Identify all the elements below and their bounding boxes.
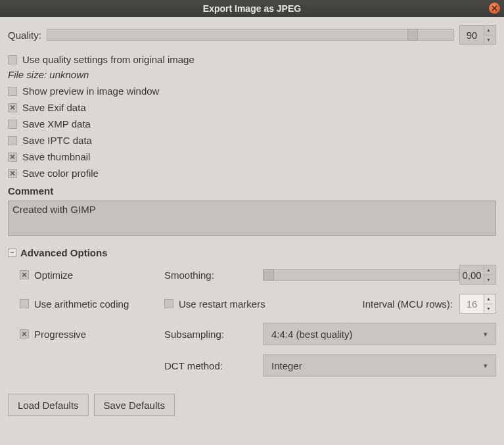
dct-value: Integer: [271, 360, 302, 371]
quality-slider-thumb[interactable]: [407, 29, 418, 41]
advanced-expander-toggle[interactable]: −: [8, 248, 16, 257]
subsampling-combo[interactable]: 4:4:4 (best quality) ▾: [263, 323, 496, 345]
arithmetic-checkbox[interactable]: [20, 299, 29, 308]
show-preview-label: Show preview in image window: [22, 85, 159, 97]
subsampling-label: Subsampling:: [164, 329, 263, 340]
window-title: Export Image as JPEG: [203, 3, 301, 14]
quality-spinner-down[interactable]: ▼: [484, 35, 493, 45]
comment-heading: Comment: [8, 185, 496, 197]
save-defaults-button[interactable]: Save Defaults: [94, 394, 175, 416]
subsampling-value: 4:4:4 (best quality): [271, 329, 352, 340]
close-icon: [492, 5, 497, 11]
interval-spinner-up: ▲: [484, 294, 493, 304]
quality-label: Quality:: [8, 30, 41, 41]
save-exif-label: Save Exif data: [22, 102, 86, 113]
advanced-heading: Advanced Options: [20, 247, 108, 258]
quality-spinner[interactable]: ▲ ▼: [459, 25, 496, 45]
interval-label: Interval (MCU rows):: [362, 298, 453, 310]
quality-spinner-up[interactable]: ▲: [484, 26, 493, 35]
progressive-checkbox[interactable]: [20, 329, 29, 339]
load-defaults-button[interactable]: Load Defaults: [8, 394, 89, 416]
smoothing-spinner-up[interactable]: ▲: [484, 266, 493, 275]
save-xmp-checkbox[interactable]: [8, 120, 17, 129]
smoothing-slider-thumb[interactable]: [263, 269, 274, 281]
optimize-label: Optimize: [34, 269, 73, 281]
use-original-quality-label: Use quality settings from original image: [22, 54, 195, 65]
smoothing-spinner-down[interactable]: ▼: [484, 275, 493, 285]
quality-slider[interactable]: [47, 29, 454, 41]
dct-label: DCT method:: [164, 360, 263, 371]
interval-spinner: ▲ ▼: [459, 294, 496, 314]
chevron-down-icon: ▾: [484, 330, 488, 339]
save-xmp-label: Save XMP data: [22, 118, 91, 129]
save-exif-checkbox[interactable]: [8, 103, 17, 112]
dct-combo[interactable]: Integer ▾: [263, 354, 496, 377]
save-thumbnail-label: Save thumbnail: [22, 151, 90, 162]
close-button[interactable]: [489, 3, 500, 14]
show-preview-checkbox[interactable]: [8, 87, 17, 96]
save-color-profile-label: Save color profile: [22, 168, 99, 179]
smoothing-label: Smoothing:: [164, 269, 263, 281]
interval-spinner-down: ▼: [484, 304, 493, 314]
titlebar: Export Image as JPEG: [0, 0, 504, 17]
arithmetic-label: Use arithmetic coding: [34, 298, 129, 310]
file-size-text: File size: unknown: [8, 69, 496, 80]
smoothing-value-input[interactable]: [460, 266, 484, 284]
interval-value-input: [460, 294, 484, 313]
smoothing-slider[interactable]: [263, 269, 459, 281]
restart-markers-checkbox[interactable]: [164, 299, 173, 308]
save-color-profile-checkbox[interactable]: [8, 169, 17, 178]
smoothing-spinner[interactable]: ▲ ▼: [459, 265, 496, 285]
comment-textarea[interactable]: [8, 200, 496, 236]
quality-value-input[interactable]: [460, 26, 484, 44]
save-iptc-label: Save IPTC data: [22, 135, 92, 146]
restart-markers-label: Use restart markers: [179, 298, 265, 310]
use-original-quality-checkbox[interactable]: [8, 55, 17, 64]
progressive-label: Progressive: [34, 329, 86, 340]
save-iptc-checkbox[interactable]: [8, 136, 17, 145]
optimize-checkbox[interactable]: [20, 270, 29, 279]
chevron-down-icon: ▾: [484, 362, 488, 370]
save-thumbnail-checkbox[interactable]: [8, 152, 17, 162]
